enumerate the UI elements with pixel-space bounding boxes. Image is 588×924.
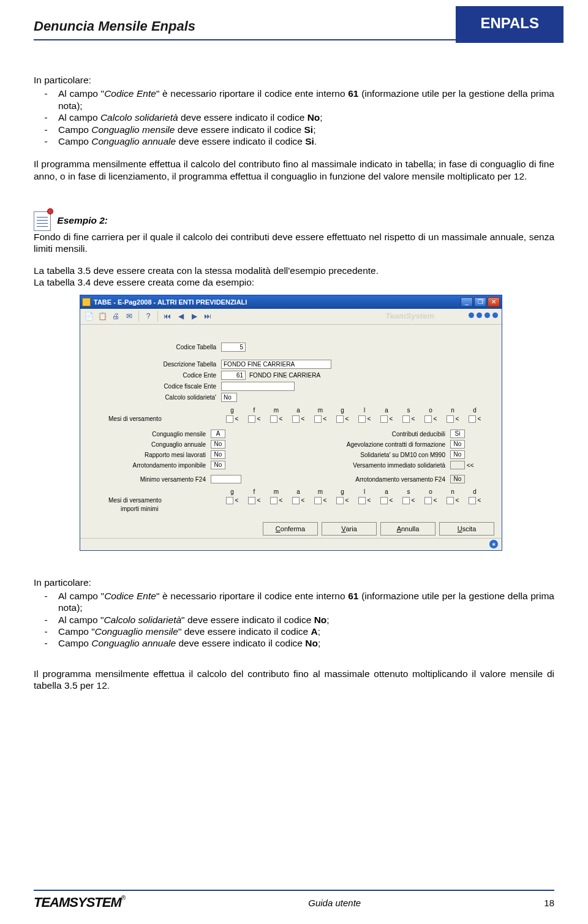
status-strip: ✶ [80,538,502,550]
chk-month[interactable] [292,497,300,504]
chk-month[interactable] [336,415,344,423]
chk-month[interactable] [402,415,410,423]
esempio-l2: La tabella 3.4 deve essere creata come d… [34,276,554,288]
maximize-button[interactable]: ❐ [474,297,486,307]
chk-month[interactable] [380,415,388,423]
lbl-calcolo-sol: Calcolo solidarieta' [91,394,216,401]
lbl-sol-dm10: Solidarieta' su DM10 con M990 [291,452,450,458]
tool-icon[interactable]: 📄 [83,310,95,322]
tool-icon[interactable]: 🖨 [110,310,122,322]
fld-codice-fiscale[interactable] [221,382,295,391]
chk-month[interactable] [447,415,454,423]
chk-month[interactable] [469,497,476,504]
lbl-vers-imm: Versamento immediato solidarietà [291,462,450,469]
fld-descrizione[interactable]: FONDO FINE CARRIERA [221,360,331,369]
close-button[interactable]: ✕ [488,297,500,307]
help-icon[interactable]: ? [142,310,154,322]
bullet-1-1: Al campo "Codice Ente" è necessario ripo… [58,88,554,112]
fld-codice-tabella[interactable]: 5 [221,343,246,352]
lbl-min-f24: Minimo versamento F24 [91,476,211,483]
dash: - [34,637,58,649]
annulla-button[interactable]: Annulla [380,522,435,536]
fld-agev[interactable]: No [450,440,465,449]
fld-arrot-imp[interactable]: No [211,461,225,469]
chk-month[interactable] [336,497,344,504]
chk-month[interactable] [424,497,432,504]
chk-month[interactable] [358,497,366,504]
minimize-button[interactable]: _ [461,297,473,307]
lbl-codice-ente: Codice Ente [91,372,216,379]
footer-rule [34,890,554,891]
lbl-cong-mensile: Conguaglio mensile [91,431,211,437]
esempio-body: Fondo di fine carriera per il quale il c… [34,231,554,255]
next-icon[interactable]: ▶ [188,310,200,322]
brand-stamp: TeamSystem [385,311,434,320]
chk-month[interactable] [447,497,454,504]
fld-codice-ente[interactable]: 61 [221,371,246,380]
chk-month[interactable] [248,415,255,423]
conferma-button[interactable]: Conferma [263,522,318,536]
fld-calcolo-sol[interactable]: No [221,393,237,402]
chk-month[interactable] [314,415,322,423]
lbl-agev: Agevolazione contratti di formazione [291,441,450,448]
chk-month[interactable] [469,415,476,423]
lbl-rapporto: Rapporto mesi lavorati [91,452,211,458]
fld-sol-dm10[interactable]: No [450,450,465,459]
dash: - [34,614,58,626]
bullet-1-4: Campo Conguaglio annuale deve essere ind… [58,135,554,147]
status-icon: ✶ [489,540,498,548]
fld-arr-f24: No [450,475,465,483]
fld-vers-imm [450,461,465,469]
toolbar: 📄 📋 🖨 ✉ ? ⏮ ◀ ▶ ⏭ TeamSystem [80,309,502,325]
para-2: Il programma mensilmente effettua il cal… [34,668,554,692]
chk-month[interactable] [358,415,366,423]
chk-month[interactable] [270,497,277,504]
dash: - [34,112,58,123]
chk-month[interactable] [424,415,432,423]
chk-month[interactable] [226,415,233,423]
lbl-descrizione: Descrizione Tabella [91,361,216,368]
tool-icon[interactable]: ✉ [123,310,135,322]
chk-month[interactable] [226,497,233,504]
chk-month[interactable] [270,415,277,423]
fld-contrib-ded[interactable]: Si [450,430,465,438]
fld-cong-mensile[interactable]: A [211,430,225,438]
chk-month[interactable] [292,415,300,423]
app-icon [82,298,91,306]
dash: - [34,124,58,135]
last-icon[interactable]: ⏭ [202,310,214,322]
prev-icon[interactable]: ◀ [175,310,187,322]
note-icon [34,211,51,231]
lbl-codice-tabella: Codice Tabella [91,344,216,350]
corner-dots [469,312,498,318]
chk-month[interactable] [402,497,410,504]
dash: - [34,626,58,637]
uscita-button[interactable]: Uscita [439,522,494,536]
bullet-2-1: Al campo "Codice Ente" è necessario ripo… [58,590,554,614]
lbl-mesi-versamento: Mesi di versamento [91,415,221,422]
months-header: gfmamglasond [221,407,491,414]
fld-rapporto[interactable]: No [211,450,225,459]
lbl-arrot-imp: Arrotondamento imponibile [91,462,211,469]
fld-cong-annuale[interactable]: No [211,440,225,449]
chk-month[interactable] [248,497,255,504]
bullet-1-2: Al campo Calcolo solidarietà deve essere… [58,112,554,123]
bullet-2-3: Campo "Conguaglio mensile" deve essere i… [58,626,554,637]
chk-month[interactable] [314,497,322,504]
esempio-label: Esempio 2: [57,215,108,225]
varia-button[interactable]: Varia [322,522,377,536]
dash: - [34,135,58,147]
bullet-2-4: Campo Conguaglio annuale deve essere ind… [58,637,554,649]
footer-center: Guida utente [308,898,361,908]
tool-icon[interactable]: 📋 [96,310,108,322]
months-header-2: gfmamglasond [221,488,491,495]
doc-title: Denuncia Mensile Enpals [34,18,195,34]
intro-2: In particolare: [34,577,554,588]
chk-month[interactable] [380,497,388,504]
fld-min-f24[interactable] [211,475,241,483]
first-icon[interactable]: ⏮ [161,310,173,322]
enpals-badge: ENPALS [456,6,564,43]
lbl-mesi-versamento-2: Mesi di versamento [91,497,221,504]
intro-1: In particolare: [34,74,554,86]
codice-ente-desc: FONDO FINE CARRIERA [249,372,320,379]
